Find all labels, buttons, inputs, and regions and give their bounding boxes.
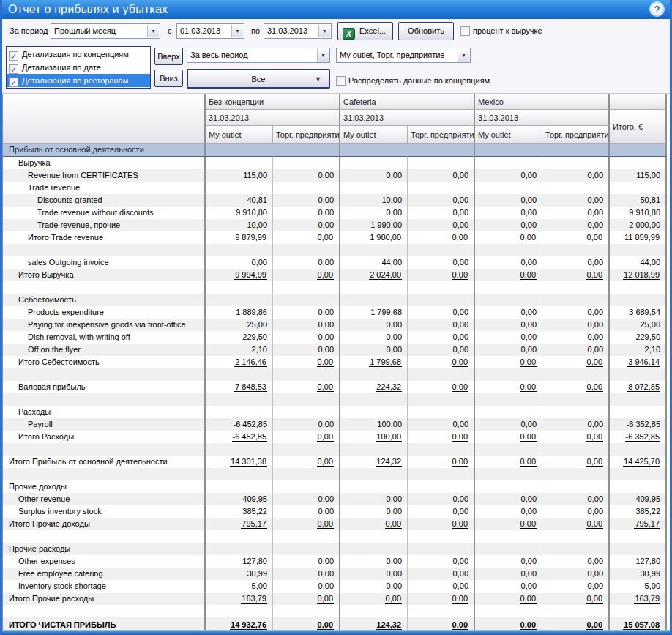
table-row[interactable]: Итого Прочие доходы795,170,000,000,000,0… [3, 518, 667, 530]
checkbox-unchecked-icon[interactable] [336, 76, 346, 86]
table-row[interactable]: Revenue from CERTIFICATES115,000,000,000… [3, 169, 667, 182]
table-row[interactable]: Валовая прибыль7 848,530,00224,320,000,0… [3, 381, 667, 393]
row-label: Прочие доходы [3, 480, 206, 493]
chevron-down-icon[interactable]: ▼ [231, 25, 243, 37]
table-row[interactable]: Other revenue409,950,000,000,000,000,004… [3, 493, 667, 505]
help-icon[interactable]: ? [650, 2, 664, 16]
cell-value: 795,17 [206, 518, 273, 530]
table-row[interactable]: sales Outgoing invoice0,000,0044,000,000… [3, 256, 667, 269]
spacer-row [3, 393, 667, 406]
date-from-picker[interactable]: 01.03.2013 ▼ [176, 23, 244, 39]
table-row[interactable]: Прочие доходы [3, 480, 667, 493]
cell-value [206, 468, 273, 480]
total-column-header[interactable]: Итого, € [610, 110, 667, 144]
excel-button[interactable]: XExcel... [337, 22, 393, 40]
checkbox-checked-icon[interactable]: ✓ [9, 78, 18, 87]
table-row[interactable]: Итого Прибыль от основной деятельности14… [3, 456, 667, 468]
table-row[interactable]: Off on the flyer2,100,000,000,000,000,00… [3, 344, 667, 356]
enterprise-column-header[interactable]: Торг. предприятие [273, 126, 340, 144]
cell-value: 0,00 [475, 331, 542, 344]
table-row[interactable]: Inventory stock shortage5,000,000,000,00… [3, 580, 667, 593]
cell-value [273, 281, 340, 294]
table-row[interactable]: Прибыль от основной деятельности [3, 144, 667, 157]
table-row[interactable]: Surplus inventory stock385,220,000,000,0… [3, 505, 667, 518]
cell-value [542, 393, 610, 406]
date-column-header[interactable]: 31.03.2013 [475, 110, 610, 126]
enterprise-column-header[interactable]: Торг. предприятие [408, 126, 475, 144]
cell-value: 0,00 [408, 256, 475, 269]
move-up-button[interactable]: Вверх [154, 48, 183, 65]
cell-value [475, 480, 542, 493]
table-row[interactable]: Paying for inexpensive goods via front-o… [3, 319, 667, 331]
table-row[interactable]: Payroll-6 452,850,00100,000,000,000,00-6… [3, 418, 667, 431]
chevron-down-icon[interactable]: ▼ [317, 49, 329, 62]
pnl-report-table: Без концепции Cafeteria Mexico 31.03.201… [2, 94, 667, 634]
move-down-button[interactable]: Вниз [154, 70, 183, 87]
table-row[interactable]: Products expenditure1 889,860,001 799,68… [3, 306, 667, 319]
concept-column-header[interactable]: Mexico [475, 94, 610, 110]
enterprise-column-header[interactable]: Торг. предприятие [542, 126, 610, 144]
detail-option-concepts[interactable]: ✓Детализация по концепциям [7, 48, 150, 61]
cell-value: 795,17 [610, 518, 667, 530]
outlet-column-header[interactable]: My outlet [340, 126, 408, 144]
date-to-picker[interactable]: 31.03.2013 ▼ [264, 23, 332, 39]
date-column-header[interactable]: 31.03.2013 [206, 110, 340, 126]
table-row[interactable]: Other expenses127,800,000,000,000,000,00… [3, 555, 667, 568]
concept-column-header[interactable]: Без концепции [206, 94, 340, 110]
row-label: Итого Прибыль от основной деятельности [3, 456, 206, 468]
cell-value: 0,00 [475, 493, 542, 505]
row-label: Inventory stock shortage [3, 580, 206, 593]
table-row[interactable]: Себестоимость [3, 294, 667, 306]
cell-value [408, 368, 475, 381]
row-label: Себестоимость [3, 294, 206, 306]
cell-value: 0,00 [475, 256, 542, 269]
table-row[interactable]: Выручка [3, 157, 667, 169]
table-row[interactable]: Trade revenue without discounts9 910,800… [3, 207, 667, 219]
chevron-down-icon[interactable]: ▼ [318, 25, 330, 37]
all-dropdown-button[interactable]: Все ▼ [187, 69, 330, 89]
checkbox-checked-icon[interactable]: ✓ [9, 51, 18, 61]
chevron-down-icon[interactable]: ▼ [458, 49, 469, 62]
refresh-button[interactable]: Обновить [398, 22, 454, 40]
cell-value [206, 157, 273, 169]
cell-value: 30,99 [206, 568, 273, 580]
cell-value [542, 368, 610, 381]
table-row[interactable]: Итого Прочие расходы163,790,000,000,000,… [3, 593, 667, 605]
checkbox-checked-icon[interactable]: ✓ [9, 64, 18, 74]
table-row[interactable]: Расходы [3, 406, 667, 418]
date-column-header[interactable]: 31.03.2013 [340, 110, 475, 126]
cell-value [340, 543, 408, 555]
cell-value: 229,50 [610, 331, 667, 344]
row-label: Выручка [3, 157, 206, 169]
table-row[interactable]: Итого Выручка9 994,990,002 024,000,000,0… [3, 269, 667, 281]
table-row[interactable]: Итого Себестоимость2 146,460,001 799,680… [3, 356, 667, 368]
cell-value [542, 281, 610, 294]
concept-column-header[interactable]: Cafeteria [340, 94, 475, 110]
outlet-column-header[interactable]: My outlet [206, 126, 273, 144]
checkbox-unchecked-icon[interactable] [460, 26, 470, 36]
table-row[interactable]: Trade revenue, прочие10,000,001 990,000,… [3, 219, 667, 231]
table-row[interactable]: Discounts granted-40,810,00-10,000,000,0… [3, 194, 667, 207]
table-row[interactable]: Free employee catering30,990,000,000,000… [3, 568, 667, 580]
cell-value [340, 393, 408, 406]
percent-checkbox[interactable]: процент к выручке [460, 23, 542, 39]
table-row[interactable]: Итого Trade revenue9 879,990,001 980,000… [3, 231, 667, 244]
table-row[interactable]: Dish removal, with writing off229,500,00… [3, 331, 667, 344]
cell-value [206, 144, 273, 157]
period-detail-select[interactable]: За весь период ▼ [187, 48, 330, 63]
distribute-checkbox[interactable]: Распределять данные по концепциям [336, 73, 490, 89]
table-row[interactable]: Trade revenue [3, 182, 667, 194]
table-row[interactable]: Прочие расходы [3, 543, 667, 555]
cell-value: 0,00 [475, 381, 542, 393]
detail-option-restaurants[interactable]: ✓Детализация по ресторанам [7, 74, 150, 87]
cell-value: -40,81 [206, 194, 273, 207]
chevron-down-icon[interactable]: ▼ [147, 25, 159, 37]
cell-value [206, 480, 273, 493]
cell-value: 0,00 [340, 568, 408, 580]
cell-value: 0,00 [542, 418, 610, 431]
outlet-column-header[interactable]: My outlet [475, 126, 542, 144]
detail-option-date[interactable]: ✓Детализация по дате [7, 61, 150, 74]
table-row[interactable]: Итого Расходы-6 452,850,00100,000,000,00… [3, 431, 667, 443]
period-select[interactable]: Прошлый месяц ▼ [51, 23, 160, 39]
outlet-filter-select[interactable]: My outlet, Торг. предприятие ▼ [336, 48, 471, 63]
